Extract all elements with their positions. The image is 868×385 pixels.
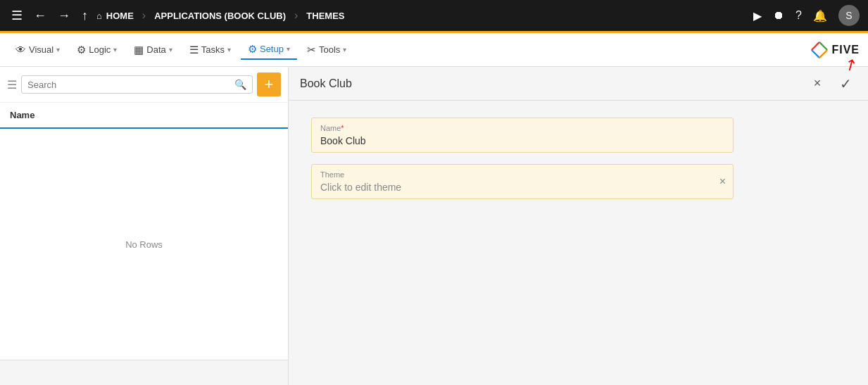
setup-icon: ⚙: [248, 43, 257, 56]
toolbar-tools[interactable]: ✂ Tools ▾: [300, 41, 353, 59]
toolbar-tasks[interactable]: ☰ Tasks ▾: [182, 41, 238, 59]
top-actions: ▶ ⏺ ? 🔔 S: [753, 5, 860, 26]
up-icon[interactable]: ↑: [79, 8, 91, 23]
visual-arrow: ▾: [56, 46, 60, 53]
right-panel-actions-wrap: ↗ × ✓: [806, 72, 857, 95]
svg-line-0: [812, 42, 819, 49]
theme-value: Click to edit theme: [320, 182, 724, 193]
visual-icon: 👁: [15, 44, 26, 56]
menu-icon[interactable]: ☰: [8, 8, 25, 23]
left-panel-toolbar: ☰ 🔍 +: [0, 67, 288, 103]
help-icon[interactable]: ?: [795, 9, 802, 22]
right-panel: Book Club ↗ × ✓ Name* Theme Click: [289, 67, 868, 385]
notification-icon[interactable]: 🔔: [813, 9, 827, 23]
home-icon: ⌂: [96, 11, 102, 21]
data-label: Data: [146, 44, 165, 55]
tasks-label: Tasks: [201, 44, 225, 55]
tools-arrow: ▾: [343, 46, 346, 53]
search-input[interactable]: [27, 80, 234, 90]
toolbar-visual[interactable]: 👁 Visual ▾: [8, 41, 67, 58]
add-button[interactable]: +: [257, 72, 281, 96]
svg-line-3: [819, 50, 827, 58]
svg-line-2: [812, 50, 819, 58]
name-field-label: Name*: [320, 124, 724, 132]
tasks-icon: ☰: [189, 44, 199, 56]
tools-icon: ✂: [307, 44, 316, 56]
forward-icon[interactable]: →: [55, 8, 73, 23]
setup-arrow: ▾: [287, 45, 290, 53]
app-breadcrumb[interactable]: APPLICATIONS (BOOK CLUB): [154, 11, 286, 21]
current-page-label: THEMES: [306, 11, 344, 21]
top-nav: ☰ ← → ↑ ⌂ HOME › APPLICATIONS (BOOK CLUB…: [0, 0, 868, 31]
toolbar-logic[interactable]: ⚙ Logic ▾: [70, 41, 124, 59]
data-icon: ▦: [134, 44, 144, 56]
main-toolbar: 👁 Visual ▾ ⚙ Logic ▾ ▦ Data ▾ ☰ Tasks ▾ …: [0, 33, 868, 67]
right-panel-header: Book Club ↗ × ✓: [289, 67, 868, 101]
tasks-arrow: ▾: [227, 46, 231, 53]
breadcrumb-sep-1: ›: [142, 9, 146, 22]
name-required: *: [341, 124, 344, 132]
right-panel-body: Name* Theme Click to edit theme ×: [289, 101, 868, 385]
tools-label: Tools: [319, 44, 340, 55]
user-avatar[interactable]: S: [838, 5, 860, 26]
logic-arrow: ▾: [113, 46, 117, 53]
logic-label: Logic: [89, 44, 111, 55]
five-logo-text: FIVE: [831, 44, 860, 56]
play-icon[interactable]: ▶: [753, 9, 762, 23]
name-field: Name*: [311, 118, 734, 153]
save-button[interactable]: ✓: [834, 72, 857, 95]
svg-line-1: [819, 42, 827, 49]
toolbar-data[interactable]: ▦ Data ▾: [127, 41, 179, 59]
list-column-name: Name: [0, 103, 288, 129]
theme-clear-button[interactable]: ×: [719, 175, 726, 188]
five-logo-icon: [810, 41, 829, 59]
setup-label: Setup: [260, 44, 284, 54]
theme-field-label: Theme: [320, 170, 724, 179]
visual-label: Visual: [29, 44, 54, 55]
logic-icon: ⚙: [77, 44, 86, 56]
search-icon[interactable]: 🔍: [234, 79, 246, 90]
back-icon[interactable]: ←: [31, 8, 49, 23]
data-arrow: ▾: [169, 46, 172, 53]
breadcrumb-sep-2: ›: [294, 9, 298, 22]
no-rows-message: No Rows: [0, 129, 288, 360]
right-panel-title: Book Club: [300, 77, 806, 90]
filter-icon[interactable]: ☰: [7, 78, 17, 91]
toolbar-setup[interactable]: ⚙ Setup ▾: [241, 40, 297, 60]
close-button[interactable]: ×: [806, 72, 829, 95]
search-input-wrap: 🔍: [21, 75, 253, 94]
record-icon[interactable]: ⏺: [773, 9, 784, 22]
name-input[interactable]: [320, 135, 724, 146]
theme-field[interactable]: Theme Click to edit theme ×: [311, 164, 734, 199]
left-panel: ☰ 🔍 + Name No Rows: [0, 67, 289, 385]
home-breadcrumb[interactable]: ⌂ HOME: [96, 11, 134, 21]
left-panel-footer: [0, 360, 288, 385]
home-label: HOME: [106, 11, 134, 21]
main-content: ☰ 🔍 + Name No Rows Book Club ↗ × ✓: [0, 67, 868, 385]
